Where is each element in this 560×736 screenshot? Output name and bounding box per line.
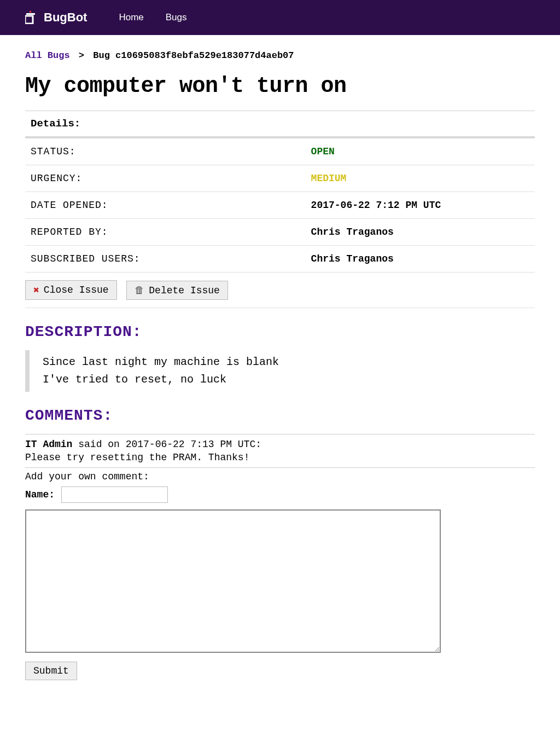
description-line: I've tried to reset, no luck: [43, 371, 535, 389]
close-issue-label: Close Issue: [44, 285, 109, 295]
breadcrumb-separator: >: [75, 50, 88, 61]
submit-button[interactable]: Submit: [25, 662, 77, 680]
name-label: Name:: [25, 489, 55, 500]
table-row: REPORTED BY: Chris Traganos: [25, 219, 535, 246]
reported-by-value: Chris Traganos: [306, 219, 535, 246]
close-x-icon: ✖: [33, 284, 39, 296]
comment-item: IT Admin said on 2017-06-22 7:13 PM UTC:…: [25, 434, 535, 468]
date-opened-value: 2017-06-22 7:12 PM UTC: [306, 192, 535, 219]
nav-bugs[interactable]: Bugs: [166, 12, 187, 23]
name-input[interactable]: [61, 486, 168, 503]
breadcrumb-all-bugs[interactable]: All Bugs: [25, 50, 70, 61]
delete-issue-button[interactable]: 🗑 Delete Issue: [126, 281, 228, 300]
breadcrumb-current: Bug c10695083f8ebfa529e183077d4aeb07: [93, 50, 294, 61]
table-row: URGENCY: MEDIUM: [25, 165, 535, 192]
brand-name: BugBot: [44, 10, 87, 25]
comment-meta: said on 2017-06-22 7:13 PM UTC:: [72, 439, 261, 450]
page-title: My computer won't turn on: [25, 74, 535, 98]
status-value: OPEN: [311, 146, 335, 157]
bugbot-logo-icon: [25, 11, 36, 24]
actions-row: ✖ Close Issue 🗑 Delete Issue: [25, 273, 535, 308]
delete-issue-label: Delete Issue: [149, 285, 220, 296]
description-heading: DESCRIPTION:: [25, 323, 535, 340]
name-input-row: Name:: [25, 486, 535, 503]
trash-icon: 🗑: [135, 285, 144, 296]
subscribed-label: SUBSCRIBED USERS:: [25, 246, 306, 273]
page-content: All Bugs > Bug c10695083f8ebfa529e183077…: [0, 35, 560, 702]
details-heading: Details:: [25, 111, 535, 138]
comment-textarea[interactable]: [25, 509, 441, 653]
description-body: Since last night my machine is blank I'v…: [25, 350, 535, 392]
date-opened-label: DATE OPENED:: [25, 192, 306, 219]
comment-body: Please try resetting the PRAM. Thanks!: [25, 452, 535, 463]
table-row: SUBSCRIBED USERS: Chris Traganos: [25, 246, 535, 273]
svg-rect-0: [30, 11, 31, 13]
comment-author: IT Admin: [25, 439, 72, 450]
svg-rect-1: [26, 13, 35, 15]
brand-block[interactable]: BugBot: [25, 10, 87, 25]
breadcrumb: All Bugs > Bug c10695083f8ebfa529e183077…: [25, 50, 535, 61]
urgency-value: MEDIUM: [311, 173, 347, 184]
details-panel: Details: STATUS: OPEN URGENCY: MEDIUM DA…: [25, 111, 535, 308]
details-table: STATUS: OPEN URGENCY: MEDIUM DATE OPENED…: [25, 138, 535, 273]
description-line: Since last night my machine is blank: [43, 353, 535, 371]
top-navbar: BugBot Home Bugs: [0, 0, 560, 35]
add-comment-label: Add your own comment:: [25, 471, 535, 482]
table-row: DATE OPENED: 2017-06-22 7:12 PM UTC: [25, 192, 535, 219]
comments-heading: COMMENTS:: [25, 407, 535, 424]
urgency-label: URGENCY:: [25, 165, 306, 192]
nav-home[interactable]: Home: [119, 12, 143, 23]
subscribed-value: Chris Traganos: [306, 246, 535, 273]
svg-rect-2: [25, 16, 33, 24]
table-row: STATUS: OPEN: [25, 138, 535, 165]
reported-by-label: REPORTED BY:: [25, 219, 306, 246]
close-issue-button[interactable]: ✖ Close Issue: [25, 280, 117, 300]
status-label: STATUS:: [25, 138, 306, 165]
